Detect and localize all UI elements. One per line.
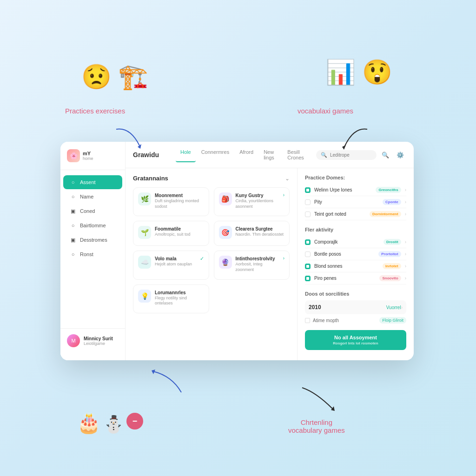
nav-hole[interactable]: Hole <box>176 147 196 162</box>
arrow-bottom-right-icon <box>298 383 339 416</box>
ronst-icon: ○ <box>70 251 76 258</box>
logo-subtitle: home <box>83 156 93 161</box>
card-lorumann-title: Lorumannrles <box>155 290 204 296</box>
filter-name-2: Blond sonnes <box>314 264 379 269</box>
practice-section: Practice Domes: Welinn Urpe lones Greonc… <box>305 175 406 220</box>
settings-icon[interactable]: ⚙️ <box>394 149 406 161</box>
sidebar-item-desstromes[interactable]: ▣ Desstromes <box>63 233 122 247</box>
illustration-top-left: 😟 🏗️ <box>81 63 148 91</box>
card-intinthore-arrow-icon: › <box>283 256 284 261</box>
card-moonrement-title: Moonrement <box>155 192 204 198</box>
card-moonrement[interactable]: 🌿 Moonrement Duft singladring monted sod… <box>133 187 209 216</box>
filter-title: Fler aktivity <box>305 227 406 232</box>
practice-item-1[interactable]: Pity Cponte › <box>305 196 406 208</box>
sidebar-item-ronst[interactable]: ○ Ronst <box>63 247 122 261</box>
start-button-label: No all Assoyment <box>310 335 402 340</box>
card-clearera-icon: 🎯 <box>219 226 232 239</box>
practice-arrow-0-icon: › <box>405 187 406 192</box>
sidebar-item-name[interactable]: ○ Name <box>63 190 122 204</box>
arrow-top-right-icon <box>335 125 372 157</box>
filter-badge-2: Inrtotet <box>383 263 401 269</box>
section-chevron-icon[interactable]: ⌄ <box>285 175 290 182</box>
card-kunygustry-title: Kuny Gustry <box>236 192 279 198</box>
practice-item-2[interactable]: Teint gort noted Dornintorment › <box>305 208 406 220</box>
name-icon: ○ <box>70 193 76 200</box>
filter-item-3[interactable]: Piro penes Snoovito › <box>305 272 406 284</box>
start-button[interactable]: No all Assoyment Rosgorl Ints lot rosmot… <box>305 330 406 350</box>
vocab-status: Vuorrel <box>386 305 401 310</box>
user-avatar: M <box>67 334 80 347</box>
header-nav: Hole Connermres Afrord New lings Besill … <box>176 147 311 162</box>
desstromes-icon: ▣ <box>70 237 76 243</box>
filter-checkbox-2[interactable] <box>305 264 311 269</box>
checkmark-icon: ✓ <box>200 256 204 262</box>
filter-arrow-2-icon: › <box>405 264 406 269</box>
sidebar-item-label: Desstromes <box>80 237 107 243</box>
vocab-count: 2010 <box>309 304 386 311</box>
sidebar-item-bairtlomme[interactable]: ○ Bairtlomme <box>63 218 122 232</box>
search-icon: 🔍 <box>321 152 327 158</box>
vocab-section: Doos ot sorcilities 2010 Vuorrel › Atime… <box>305 291 406 324</box>
card-volomala-title: Volo mala <box>155 256 192 262</box>
practice-checkbox-2[interactable] <box>305 212 311 217</box>
user-role: Leiotilgame <box>84 341 119 346</box>
card-intinthore-title: Intinthorestrolvity <box>236 256 279 262</box>
app-window: 🌸 mY home ○ Assent ○ Name ▣ Coned ○ Bair… <box>60 142 414 360</box>
bottom-checkbox[interactable] <box>305 318 310 323</box>
card-clearera[interactable]: 🎯 Clearera Surgtee Naordin. Thm deratios… <box>214 221 290 246</box>
filter-item-2[interactable]: Blond sonnes Inrtotet › <box>305 260 406 272</box>
filter-checkbox-1[interactable] <box>305 251 311 257</box>
filter-checkbox-0[interactable] <box>305 239 311 245</box>
coned-icon: ▣ <box>70 208 76 214</box>
filter-checkbox-3[interactable] <box>305 276 311 281</box>
practice-item-0[interactable]: Welinn Urpe lones Greonciths › <box>305 184 406 196</box>
practice-checkbox-1[interactable] <box>305 199 311 205</box>
filter-item-1[interactable]: Bontle posos Prortoitot › <box>305 248 406 260</box>
practice-badge-2: Dornintorment <box>370 211 401 217</box>
card-kunygustry-icon: 🎒 <box>219 192 232 205</box>
card-foommatile[interactable]: 🌱 Foommatile Amoltropic, suit tod <box>133 221 209 246</box>
card-intinthore-desc: Aorbosit, Integ zoonment <box>236 262 279 272</box>
sidebar-item-coned[interactable]: ▣ Coned <box>63 204 122 218</box>
card-foommatile-title: Foommatile <box>155 226 191 232</box>
user-name: Minnicy Surit <box>84 336 119 341</box>
filter-section: Fler aktivity Comporajlk Drostit › Bontl… <box>305 227 406 284</box>
filter-badge-3: Snoovito <box>379 275 401 281</box>
sidebar-item-assent[interactable]: ○ Assent <box>63 175 122 189</box>
bottom-row: Atime mopth Floip Gliroit <box>305 317 406 324</box>
card-lorumann[interactable]: 💡 Lorumannrles Flegy notility sind ontel… <box>133 284 209 313</box>
bottom-tag: Floip Gliroit <box>379 317 406 324</box>
filter-name-3: Piro penes <box>314 276 376 281</box>
card-kunygustry[interactable]: 🎒 Kuny Gustry Cirdia, yourtilentions aso… <box>214 187 290 216</box>
nav-besillcrones[interactable]: Besill Crones <box>283 147 311 162</box>
vocab-arrow-icon: › <box>401 305 403 310</box>
practice-name-1: Pity <box>314 199 379 205</box>
practice-checkbox-0[interactable] <box>305 187 311 193</box>
card-volomala[interactable]: ☁️ Volo mala Hejolt atom oauplan ✓ <box>133 251 209 279</box>
section-header: Gratannains ⌄ <box>133 175 290 182</box>
card-volomala-desc: Hejolt atom oauplan <box>155 262 192 267</box>
nav-connermres[interactable]: Connermres <box>197 147 234 162</box>
practice-arrow-1-icon: › <box>405 199 406 205</box>
filter-name-1: Bontle posos <box>314 251 375 257</box>
bairtlomme-icon: ○ <box>70 222 76 229</box>
practice-badge-0: Greonciths <box>376 187 401 193</box>
practice-name-0: Welinn Urpe lones <box>314 187 372 192</box>
content-area: Gratannains ⌄ 🌿 Moonrement Duft singladr… <box>126 168 414 360</box>
nav-newlings[interactable]: New lings <box>259 147 282 162</box>
nav-afrord[interactable]: Afrord <box>235 147 258 162</box>
card-kunygustry-arrow-icon: › <box>283 192 284 198</box>
card-foommatile-icon: 🌱 <box>138 226 151 239</box>
sidebar-item-label: Bairtlomme <box>80 223 106 228</box>
start-button-sub: Rosgorl Ints lot rosmoten <box>310 341 402 345</box>
filter-item-0[interactable]: Comporajlk Drostit › <box>305 236 406 248</box>
card-intinthore[interactable]: 🔮 Intinthorestrolvity Aorbosit, Integ zo… <box>214 251 290 279</box>
card-moonrement-icon: 🌿 <box>138 192 151 205</box>
logo-icon: 🌸 <box>67 149 80 162</box>
practice-arrow-2-icon: › <box>405 212 406 217</box>
vocab-count-row[interactable]: 2010 Vuorrel › <box>305 300 406 314</box>
search-button[interactable]: 🔍 <box>379 149 391 161</box>
filter-name-0: Comporajlk <box>314 239 380 245</box>
card-clearera-desc: Naordin. Thm deratiosstet <box>236 232 284 238</box>
arrow-top-left-icon <box>112 125 149 152</box>
